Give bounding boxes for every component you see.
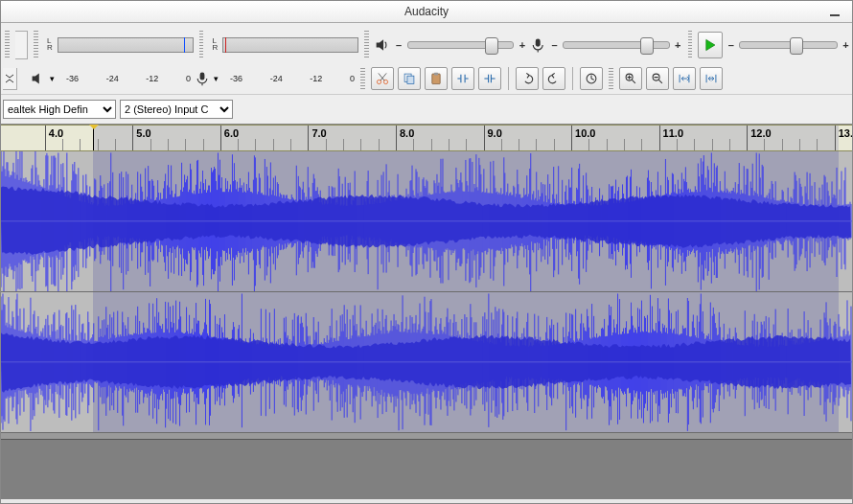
slider-thumb[interactable]: [640, 37, 654, 55]
microphone-icon: [530, 36, 545, 54]
playback-meter-scale: -36-24-120: [66, 74, 191, 83]
sync-lock-button[interactable]: [580, 67, 603, 90]
fit-project-button[interactable]: [700, 67, 723, 90]
zoom-out-button[interactable]: [646, 67, 669, 90]
redo-button[interactable]: [542, 67, 565, 90]
separator: [508, 67, 509, 90]
svg-rect-0: [536, 38, 541, 46]
ruler-ticks: 4.05.06.07.08.09.010.011.012.013.0: [1, 126, 852, 150]
vol-max-label: +: [518, 39, 526, 51]
input-device-select[interactable]: ealtek High Defin: [3, 100, 116, 119]
grip[interactable]: [199, 31, 204, 59]
input-channels-select[interactable]: 2 (Stereo) Input C: [120, 100, 233, 119]
svg-rect-1: [200, 73, 205, 80]
minimize-button[interactable]: [823, 1, 846, 20]
meter-peak-line: [225, 37, 226, 53]
play-button[interactable]: [698, 32, 723, 58]
grip[interactable]: [5, 31, 10, 59]
output-volume-slider[interactable]: [407, 41, 515, 49]
audio-track[interactable]: [1, 151, 852, 292]
mic-min-label: –: [550, 39, 559, 51]
dropdown-arrow-icon[interactable]: ▾: [50, 74, 55, 83]
dropdown-arrow-icon[interactable]: ▾: [214, 74, 219, 83]
speed-min-label: –: [726, 39, 735, 51]
playback-meter[interactable]: L R: [58, 37, 194, 53]
app-title: Audacity: [404, 5, 449, 18]
grip[interactable]: [609, 68, 613, 89]
meter-peak-line: [184, 37, 185, 53]
waveform: [1, 292, 852, 432]
app-window: Audacity L R: [0, 0, 853, 504]
tracks-area: [1, 151, 852, 499]
microphone-icon[interactable]: [195, 71, 210, 86]
cropped-panel-left: [15, 31, 29, 59]
grip[interactable]: [34, 31, 38, 59]
input-volume-slider[interactable]: [563, 41, 670, 49]
slider-thumb[interactable]: [485, 37, 498, 55]
svg-rect-5: [407, 76, 414, 83]
svg-rect-7: [434, 73, 438, 76]
grip[interactable]: [360, 68, 365, 89]
paste-button[interactable]: [425, 67, 448, 90]
svg-rect-6: [432, 74, 440, 84]
zoom-in-button[interactable]: [619, 67, 642, 90]
toolbars: L R L R –: [1, 23, 852, 125]
slider-thumb[interactable]: [790, 37, 803, 55]
speaker-icon[interactable]: [31, 71, 46, 86]
meter-lr-labels: L R: [47, 37, 53, 51]
silence-button[interactable]: [478, 67, 501, 90]
meter-lr-labels: L R: [212, 37, 218, 51]
grip[interactable]: [688, 31, 693, 59]
vol-min-label: –: [395, 39, 403, 51]
undo-button[interactable]: [516, 67, 539, 90]
empty-area[interactable]: [1, 439, 852, 499]
audio-track[interactable]: [1, 292, 852, 433]
cropped-tool-icon[interactable]: [3, 68, 17, 90]
copy-button[interactable]: [398, 67, 421, 90]
playback-speed-slider[interactable]: [739, 41, 838, 49]
speaker-icon: [375, 36, 390, 54]
mic-max-label: +: [674, 39, 682, 51]
speed-max-label: +: [841, 39, 850, 51]
separator: [572, 67, 573, 90]
fit-selection-button[interactable]: [673, 67, 696, 90]
trim-button[interactable]: [451, 67, 474, 90]
grip[interactable]: [364, 31, 369, 59]
cut-button[interactable]: [371, 67, 394, 90]
playhead[interactable]: [93, 126, 94, 150]
titlebar[interactable]: Audacity: [1, 1, 852, 23]
timeline-ruler[interactable]: 4.05.06.07.08.09.010.011.012.013.0: [1, 125, 852, 151]
waveform: [1, 151, 852, 291]
record-meter-scale: -36-24-120: [230, 74, 355, 83]
record-meter[interactable]: L R: [222, 37, 358, 53]
